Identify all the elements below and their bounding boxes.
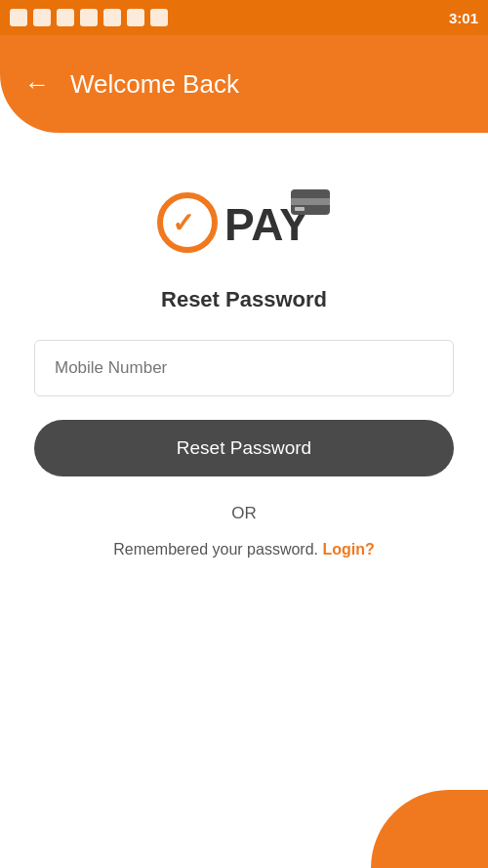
mobile-input-container (34, 340, 454, 396)
app-icon-1 (57, 9, 74, 26)
reset-password-button[interactable]: Reset Password (34, 420, 454, 476)
app-icon-4 (127, 9, 144, 26)
mobile-number-input[interactable] (34, 340, 454, 396)
status-icons-left (10, 9, 168, 26)
remembered-password-row: Remembered your password. Login? (113, 541, 375, 558)
reset-password-title: Reset Password (161, 287, 327, 312)
logo-container: ✓ PAY (146, 182, 342, 264)
main-content: ✓ PAY Reset Password Reset Password OR R… (0, 133, 488, 598)
okpay-logo: ✓ PAY (146, 182, 342, 260)
app-icon-3 (103, 9, 121, 26)
remembered-text: Remembered your password. (113, 541, 318, 558)
back-button[interactable]: ← (20, 66, 55, 102)
status-time: 3:01 (449, 10, 478, 26)
svg-text:✓: ✓ (172, 208, 194, 238)
status-bar: 3:01 (0, 0, 488, 35)
svg-rect-4 (291, 198, 330, 205)
or-divider: OR (231, 504, 257, 523)
bottom-curve-decoration (371, 790, 488, 868)
app-icon-2 (80, 9, 98, 26)
login-link[interactable]: Login? (323, 541, 375, 558)
svg-rect-5 (295, 207, 305, 211)
app-icon-5 (150, 9, 168, 26)
twitter-icon (33, 9, 51, 26)
notification-icon (10, 9, 27, 26)
header: ← Welcome Back (0, 35, 488, 133)
back-arrow-icon: ← (24, 71, 50, 97)
page-title: Welcome Back (70, 69, 239, 100)
